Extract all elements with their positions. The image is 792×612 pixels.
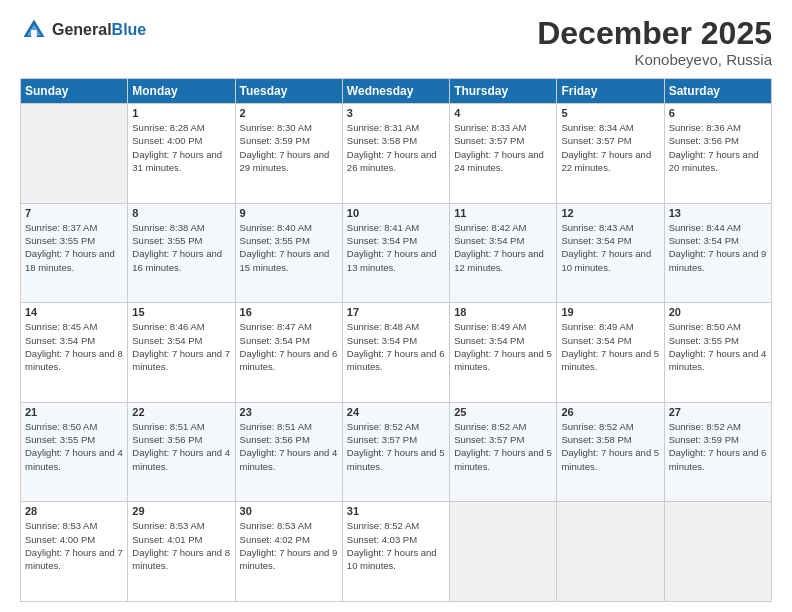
day-info: Sunrise: 8:41 AMSunset: 3:54 PMDaylight:… — [347, 221, 445, 274]
day-info: Sunrise: 8:51 AMSunset: 3:56 PMDaylight:… — [132, 420, 230, 473]
day-info: Sunrise: 8:49 AMSunset: 3:54 PMDaylight:… — [561, 320, 659, 373]
day-info: Sunrise: 8:43 AMSunset: 3:54 PMDaylight:… — [561, 221, 659, 274]
day-number: 21 — [25, 406, 123, 418]
logo-general: General — [52, 21, 112, 39]
day-number: 4 — [454, 107, 552, 119]
calendar-cell: 22Sunrise: 8:51 AMSunset: 3:56 PMDayligh… — [128, 402, 235, 502]
day-info: Sunrise: 8:47 AMSunset: 3:54 PMDaylight:… — [240, 320, 338, 373]
day-number: 1 — [132, 107, 230, 119]
day-info: Sunrise: 8:34 AMSunset: 3:57 PMDaylight:… — [561, 121, 659, 174]
day-number: 17 — [347, 306, 445, 318]
day-number: 9 — [240, 207, 338, 219]
day-info: Sunrise: 8:40 AMSunset: 3:55 PMDaylight:… — [240, 221, 338, 274]
calendar-cell — [664, 502, 771, 602]
day-info: Sunrise: 8:37 AMSunset: 3:55 PMDaylight:… — [25, 221, 123, 274]
day-number: 18 — [454, 306, 552, 318]
svg-rect-2 — [31, 30, 37, 37]
day-number: 7 — [25, 207, 123, 219]
day-number: 27 — [669, 406, 767, 418]
day-info: Sunrise: 8:50 AMSunset: 3:55 PMDaylight:… — [669, 320, 767, 373]
calendar-cell: 26Sunrise: 8:52 AMSunset: 3:58 PMDayligh… — [557, 402, 664, 502]
calendar-cell: 30Sunrise: 8:53 AMSunset: 4:02 PMDayligh… — [235, 502, 342, 602]
calendar-cell — [21, 104, 128, 204]
calendar-cell: 7Sunrise: 8:37 AMSunset: 3:55 PMDaylight… — [21, 203, 128, 303]
day-info: Sunrise: 8:30 AMSunset: 3:59 PMDaylight:… — [240, 121, 338, 174]
calendar-cell: 31Sunrise: 8:52 AMSunset: 4:03 PMDayligh… — [342, 502, 449, 602]
calendar-cell: 25Sunrise: 8:52 AMSunset: 3:57 PMDayligh… — [450, 402, 557, 502]
calendar-cell: 9Sunrise: 8:40 AMSunset: 3:55 PMDaylight… — [235, 203, 342, 303]
day-number: 28 — [25, 505, 123, 517]
col-header-sunday: Sunday — [21, 79, 128, 104]
col-header-saturday: Saturday — [664, 79, 771, 104]
day-number: 8 — [132, 207, 230, 219]
calendar-cell: 28Sunrise: 8:53 AMSunset: 4:00 PMDayligh… — [21, 502, 128, 602]
calendar-cell: 6Sunrise: 8:36 AMSunset: 3:56 PMDaylight… — [664, 104, 771, 204]
day-number: 13 — [669, 207, 767, 219]
calendar-cell: 16Sunrise: 8:47 AMSunset: 3:54 PMDayligh… — [235, 303, 342, 403]
day-number: 29 — [132, 505, 230, 517]
calendar-cell: 20Sunrise: 8:50 AMSunset: 3:55 PMDayligh… — [664, 303, 771, 403]
day-number: 10 — [347, 207, 445, 219]
col-header-friday: Friday — [557, 79, 664, 104]
day-number: 31 — [347, 505, 445, 517]
calendar-week-row: 14Sunrise: 8:45 AMSunset: 3:54 PMDayligh… — [21, 303, 772, 403]
calendar-cell: 8Sunrise: 8:38 AMSunset: 3:55 PMDaylight… — [128, 203, 235, 303]
col-header-monday: Monday — [128, 79, 235, 104]
day-info: Sunrise: 8:38 AMSunset: 3:55 PMDaylight:… — [132, 221, 230, 274]
calendar-cell: 29Sunrise: 8:53 AMSunset: 4:01 PMDayligh… — [128, 502, 235, 602]
day-info: Sunrise: 8:53 AMSunset: 4:01 PMDaylight:… — [132, 519, 230, 572]
page: GeneralBlue December 2025 Konobeyevo, Ru… — [0, 0, 792, 612]
day-info: Sunrise: 8:44 AMSunset: 3:54 PMDaylight:… — [669, 221, 767, 274]
day-info: Sunrise: 8:45 AMSunset: 3:54 PMDaylight:… — [25, 320, 123, 373]
day-number: 26 — [561, 406, 659, 418]
calendar-cell — [450, 502, 557, 602]
day-info: Sunrise: 8:48 AMSunset: 3:54 PMDaylight:… — [347, 320, 445, 373]
day-info: Sunrise: 8:28 AMSunset: 4:00 PMDaylight:… — [132, 121, 230, 174]
day-info: Sunrise: 8:33 AMSunset: 3:57 PMDaylight:… — [454, 121, 552, 174]
calendar-week-row: 1Sunrise: 8:28 AMSunset: 4:00 PMDaylight… — [21, 104, 772, 204]
calendar-cell: 13Sunrise: 8:44 AMSunset: 3:54 PMDayligh… — [664, 203, 771, 303]
calendar-cell: 19Sunrise: 8:49 AMSunset: 3:54 PMDayligh… — [557, 303, 664, 403]
day-number: 25 — [454, 406, 552, 418]
calendar-cell: 21Sunrise: 8:50 AMSunset: 3:55 PMDayligh… — [21, 402, 128, 502]
day-info: Sunrise: 8:52 AMSunset: 3:59 PMDaylight:… — [669, 420, 767, 473]
header: GeneralBlue December 2025 Konobeyevo, Ru… — [20, 16, 772, 68]
calendar-week-row: 28Sunrise: 8:53 AMSunset: 4:00 PMDayligh… — [21, 502, 772, 602]
day-info: Sunrise: 8:52 AMSunset: 4:03 PMDaylight:… — [347, 519, 445, 572]
day-number: 5 — [561, 107, 659, 119]
logo-icon — [20, 16, 48, 44]
logo-blue: Blue — [112, 21, 147, 39]
calendar-week-row: 21Sunrise: 8:50 AMSunset: 3:55 PMDayligh… — [21, 402, 772, 502]
day-number: 30 — [240, 505, 338, 517]
calendar-cell: 11Sunrise: 8:42 AMSunset: 3:54 PMDayligh… — [450, 203, 557, 303]
calendar-cell: 3Sunrise: 8:31 AMSunset: 3:58 PMDaylight… — [342, 104, 449, 204]
calendar-cell: 10Sunrise: 8:41 AMSunset: 3:54 PMDayligh… — [342, 203, 449, 303]
month-title: December 2025 — [537, 16, 772, 51]
calendar-cell: 15Sunrise: 8:46 AMSunset: 3:54 PMDayligh… — [128, 303, 235, 403]
day-info: Sunrise: 8:53 AMSunset: 4:00 PMDaylight:… — [25, 519, 123, 572]
location: Konobeyevo, Russia — [537, 51, 772, 68]
logo-text: GeneralBlue — [52, 21, 146, 39]
calendar-cell: 24Sunrise: 8:52 AMSunset: 3:57 PMDayligh… — [342, 402, 449, 502]
day-info: Sunrise: 8:52 AMSunset: 3:57 PMDaylight:… — [347, 420, 445, 473]
calendar-cell: 5Sunrise: 8:34 AMSunset: 3:57 PMDaylight… — [557, 104, 664, 204]
day-number: 19 — [561, 306, 659, 318]
col-header-thursday: Thursday — [450, 79, 557, 104]
logo: GeneralBlue — [20, 16, 146, 44]
day-info: Sunrise: 8:50 AMSunset: 3:55 PMDaylight:… — [25, 420, 123, 473]
day-info: Sunrise: 8:42 AMSunset: 3:54 PMDaylight:… — [454, 221, 552, 274]
calendar-cell: 12Sunrise: 8:43 AMSunset: 3:54 PMDayligh… — [557, 203, 664, 303]
col-header-wednesday: Wednesday — [342, 79, 449, 104]
day-number: 16 — [240, 306, 338, 318]
calendar-cell: 4Sunrise: 8:33 AMSunset: 3:57 PMDaylight… — [450, 104, 557, 204]
day-info: Sunrise: 8:51 AMSunset: 3:56 PMDaylight:… — [240, 420, 338, 473]
day-info: Sunrise: 8:49 AMSunset: 3:54 PMDaylight:… — [454, 320, 552, 373]
calendar-table: SundayMondayTuesdayWednesdayThursdayFrid… — [20, 78, 772, 602]
day-info: Sunrise: 8:53 AMSunset: 4:02 PMDaylight:… — [240, 519, 338, 572]
day-info: Sunrise: 8:52 AMSunset: 3:58 PMDaylight:… — [561, 420, 659, 473]
day-number: 15 — [132, 306, 230, 318]
day-number: 14 — [25, 306, 123, 318]
day-info: Sunrise: 8:52 AMSunset: 3:57 PMDaylight:… — [454, 420, 552, 473]
day-number: 24 — [347, 406, 445, 418]
col-header-tuesday: Tuesday — [235, 79, 342, 104]
